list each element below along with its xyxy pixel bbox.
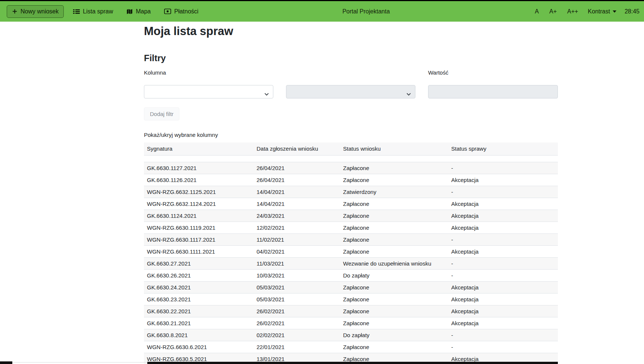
- table-row[interactable]: WGN-RZG.6632.1124.202114/04/2021Zapłacon…: [144, 198, 558, 210]
- toggle-columns-link[interactable]: Pokaż/ukryj wybrane kolumny: [144, 132, 218, 138]
- table-cell: 26/04/2021: [254, 162, 340, 174]
- table-cell: Akceptacja: [448, 282, 558, 293]
- font-size-large-button[interactable]: A+: [544, 5, 562, 18]
- spacer: [286, 69, 415, 77]
- table-cell: 11/03/2021: [254, 258, 340, 269]
- nav-item-payments[interactable]: Płatności: [160, 5, 202, 18]
- table-cell: Akceptacja: [448, 246, 558, 257]
- table-cell: -: [448, 329, 558, 341]
- table-cell: -: [448, 162, 558, 174]
- table-cell: Zatwierdzony: [340, 186, 448, 198]
- table-row[interactable]: WGN-RZG.6632.1125.202114/04/2021Zatwierd…: [144, 186, 558, 198]
- caret-down-icon: [613, 10, 616, 13]
- app-title: Portal Projektanta: [202, 8, 530, 15]
- table-cell: GK.6630.21.2021: [144, 317, 254, 329]
- table-row[interactable]: GK.6630.1126.202126/04/2021ZapłaconeAkce…: [144, 174, 558, 186]
- table-header-row: SygnaturaData zgłoszenia wnioskuStatus w…: [144, 142, 558, 156]
- table-cell: WGN-RZG.6630.1111.2021: [144, 246, 254, 257]
- new-request-button[interactable]: Nowy wniosek: [7, 5, 64, 18]
- contrast-dropdown[interactable]: Kontrast: [583, 5, 621, 18]
- table-cell: Do zapłaty: [340, 270, 448, 281]
- table-row[interactable]: GK.6630.27.202111/03/2021Wezwanie do uzu…: [144, 257, 558, 269]
- table-cell: 05/03/2021: [254, 294, 340, 305]
- nav-item-map[interactable]: Mapa: [122, 5, 155, 18]
- table-body: GK.6630.1127.202126/04/2021Zapłacone-GK.…: [144, 162, 558, 364]
- table-cell: 26/02/2021: [254, 317, 340, 329]
- table-cell: 05/03/2021: [254, 282, 340, 293]
- table-cell: GK.6630.1126.2021: [144, 174, 254, 186]
- font-size-normal-button[interactable]: A: [530, 5, 544, 18]
- table-cell: WGN-RZG.6632.1125.2021: [144, 186, 254, 198]
- table-cell: Akceptacja: [448, 317, 558, 329]
- column-select[interactable]: [144, 85, 273, 98]
- table-cell: 26/04/2021: [254, 174, 340, 186]
- table-row[interactable]: GK.6630.8.202102/02/2021Do zapłaty-: [144, 329, 558, 341]
- table-cell: Akceptacja: [448, 294, 558, 305]
- table-cell: 10/03/2021: [254, 270, 340, 281]
- column-header: Status wniosku: [340, 142, 448, 155]
- table-row[interactable]: GK.6630.24.202105/03/2021ZapłaconeAkcept…: [144, 281, 558, 293]
- page-title: Moja lista spraw: [144, 25, 558, 38]
- table-cell: 26/02/2021: [254, 305, 340, 317]
- filters-heading: Filtry: [144, 53, 558, 63]
- cases-table: SygnaturaData zgłoszenia wnioskuStatus w…: [144, 142, 558, 364]
- table-cell: WGN-RZG.6632.1124.2021: [144, 198, 254, 210]
- table-cell: GK.6630.8.2021: [144, 329, 254, 341]
- table-cell: Akceptacja: [448, 222, 558, 233]
- nav-item-label: Mapa: [136, 8, 151, 15]
- table-cell: 14/04/2021: [254, 186, 340, 198]
- table-cell: WGN-RZG.6630.1119.2021: [144, 222, 254, 233]
- nav-item-case-list[interactable]: Lista spraw: [69, 5, 117, 18]
- map-icon: [126, 9, 133, 15]
- operator-select[interactable]: [286, 85, 415, 98]
- table-cell: Zapłacone: [340, 246, 448, 257]
- table-cell: Zapłacone: [340, 222, 448, 233]
- table-cell: -: [448, 270, 558, 281]
- page: Nowy wniosek Lista spraw: [0, 0, 644, 364]
- table-row[interactable]: WGN-RZG.6630.6.202122/01/2021Zapłacone-: [144, 341, 558, 353]
- navbar-left-group: Nowy wniosek Lista spraw: [4, 5, 202, 18]
- table-cell: Zapłacone: [340, 282, 448, 293]
- table-cell: Akceptacja: [448, 210, 558, 222]
- table-row[interactable]: GK.6630.22.202126/02/2021ZapłaconeAkcept…: [144, 305, 558, 317]
- table-cell: WGN-RZG.6630.6.2021: [144, 341, 254, 353]
- table-row[interactable]: GK.6630.23.202105/03/2021ZapłaconeAkcept…: [144, 293, 558, 305]
- column-filter-label: Kolumna: [144, 69, 273, 77]
- bottom-left-bar: [0, 361, 12, 364]
- table-cell: Zapłacone: [340, 210, 448, 222]
- table-row[interactable]: GK.6630.26.202110/03/2021Do zapłaty-: [144, 269, 558, 281]
- table-cell: Zapłacone: [340, 162, 448, 174]
- table-row[interactable]: GK.6630.1124.202124/03/2021ZapłaconeAkce…: [144, 210, 558, 222]
- table-cell: -: [448, 234, 558, 245]
- table-cell: WGN-RZG.6630.1117.2021: [144, 234, 254, 245]
- table-cell: Zapłacone: [340, 317, 448, 329]
- bottom-edge-line: [12, 362, 147, 363]
- table-cell: Akceptacja: [448, 174, 558, 186]
- table-row[interactable]: WGN-RZG.6630.1119.202112/02/2021Zapłacon…: [144, 222, 558, 233]
- table-cell: 12/02/2021: [254, 222, 340, 233]
- list-icon: [73, 9, 80, 15]
- filter-controls-row: [144, 85, 558, 98]
- font-size-largest-button[interactable]: A++: [562, 5, 583, 18]
- table-row[interactable]: GK.6630.1127.202126/04/2021Zapłacone-: [144, 162, 558, 174]
- chevron-down-icon: [264, 91, 269, 97]
- table-cell: GK.6630.26.2021: [144, 270, 254, 281]
- chevron-down-icon: [406, 91, 411, 97]
- table-cell: GK.6630.27.2021: [144, 258, 254, 269]
- value-input[interactable]: [428, 85, 558, 98]
- column-header: Data zgłoszenia wniosku: [254, 142, 340, 155]
- add-filter-button[interactable]: Dodaj filtr: [144, 107, 179, 120]
- table-cell: -: [448, 186, 558, 198]
- navbar: Nowy wniosek Lista spraw: [0, 1, 644, 22]
- table-row[interactable]: GK.6630.21.202126/02/2021ZapłaconeAkcept…: [144, 317, 558, 329]
- nav-item-label: Płatności: [174, 8, 198, 15]
- table-cell: GK.6630.1124.2021: [144, 210, 254, 222]
- filter-labels-row: Kolumna Wartość: [144, 69, 558, 79]
- table-row[interactable]: WGN-RZG.6630.1111.202104/02/2021Zapłacon…: [144, 245, 558, 257]
- table-cell: Zapłacone: [340, 198, 448, 210]
- table-cell: 04/02/2021: [254, 246, 340, 257]
- table-cell: Zapłacone: [340, 341, 448, 353]
- table-row[interactable]: WGN-RZG.6630.1117.202111/02/2021Zapłacon…: [144, 233, 558, 245]
- table-cell: Zapłacone: [340, 305, 448, 317]
- nav-item-label: Lista spraw: [83, 8, 113, 15]
